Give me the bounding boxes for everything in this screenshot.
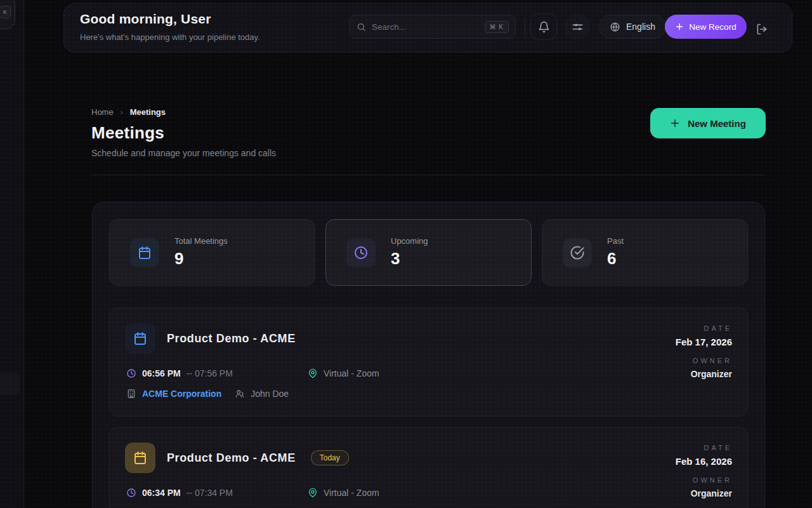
- meeting-card[interactable]: Product Demo - ACME Today 06:34 PM -- 07…: [109, 427, 748, 508]
- greeting-subtitle: Here's what's happening with your pipeli…: [80, 32, 260, 42]
- meeting-side-info: DATE Feb 16, 2026 OWNER Organizer: [676, 444, 732, 498]
- meeting-contact-name: John Doe: [251, 389, 289, 399]
- meeting-location: Virtual - Zoom: [308, 368, 379, 378]
- date-value: Feb 16, 2026: [676, 456, 732, 467]
- owner-label: OWNER: [676, 476, 732, 484]
- greeting-block: Good morning, User Here's what's happeni…: [80, 11, 260, 42]
- page-subtitle: Schedule and manage your meetings and ca…: [91, 148, 276, 158]
- owner-value: Organizer: [676, 488, 732, 498]
- stat-card-upcoming: Upcoming 3: [325, 219, 532, 286]
- owner-value: Organizer: [676, 369, 732, 379]
- bell-icon: [538, 21, 550, 33]
- date-label: DATE: [676, 444, 732, 451]
- owner-label: OWNER: [676, 357, 732, 364]
- meeting-title: Product Demo - ACME: [167, 451, 296, 465]
- calendar-icon: [130, 238, 159, 267]
- language-button[interactable]: English: [599, 15, 666, 39]
- map-pin-icon: [308, 368, 318, 378]
- meeting-links-row: ACME Corporation John Doe: [126, 389, 732, 399]
- meeting-location: Virtual - Zoom: [308, 488, 379, 498]
- stat-label: Past: [607, 236, 624, 246]
- stats-row: Total Meetings 9 Upcoming 3 Past 6: [109, 219, 748, 286]
- meeting-title: Product Demo - ACME: [167, 332, 296, 345]
- sidebar-item-stub[interactable]: [0, 372, 20, 395]
- header-divider: [525, 18, 525, 38]
- logout-icon: [756, 23, 768, 36]
- meeting-end-time: -- 07:56 PM: [187, 368, 233, 378]
- calendar-icon: [125, 323, 155, 354]
- stat-value: 9: [174, 249, 228, 269]
- plus-icon: [670, 118, 680, 128]
- language-label: English: [626, 22, 655, 32]
- user-icon: [235, 389, 245, 399]
- breadcrumb-home-link[interactable]: Home: [91, 107, 114, 117]
- meeting-card[interactable]: Product Demo - ACME 06:56 PM -- 07:56 PM…: [109, 307, 748, 417]
- page-title: Meetings: [91, 123, 164, 143]
- today-badge: Today: [311, 450, 349, 465]
- meeting-head: Product Demo - ACME: [125, 323, 732, 354]
- new-meeting-button[interactable]: New Meeting: [650, 108, 766, 138]
- map-pin-icon: [308, 488, 318, 498]
- stat-card-total: Total Meetings 9: [109, 219, 315, 286]
- greeting-title: Good morning, User: [80, 11, 260, 27]
- clock-icon: [346, 238, 376, 267]
- breadcrumb: Home › Meetings: [91, 107, 166, 117]
- meeting-start-time: 06:56 PM: [142, 368, 181, 378]
- heading-divider: [91, 175, 766, 175]
- check-circle-icon: [563, 238, 592, 267]
- meeting-location-label: Virtual - Zoom: [324, 368, 379, 378]
- meeting-side-info: DATE Feb 17, 2026 OWNER Organizer: [676, 324, 732, 379]
- building-icon: [126, 389, 136, 399]
- new-meeting-label: New Meeting: [688, 118, 746, 129]
- meeting-start-time: 06:34 PM: [142, 488, 181, 498]
- sliders-icon: [572, 21, 584, 33]
- new-record-button[interactable]: New Record: [665, 15, 747, 39]
- date-value: Feb 17, 2026: [676, 337, 732, 347]
- globe-icon: [610, 22, 620, 32]
- header: Good morning, User Here's what's happeni…: [63, 3, 792, 53]
- logout-button[interactable]: [753, 20, 771, 38]
- sidebar-shortcut-kbd: K: [0, 6, 11, 18]
- search-shortcut-kbd: ⌘ K: [485, 21, 509, 33]
- stat-label: Upcoming: [391, 236, 428, 246]
- search-box[interactable]: ⌘ K: [350, 15, 516, 39]
- clock-icon: [126, 488, 136, 498]
- meeting-meta-row: 06:56 PM -- 07:56 PM Virtual - Zoom: [126, 368, 732, 378]
- preferences-button[interactable]: [564, 13, 591, 40]
- sidebar-search-stub[interactable]: K: [0, 0, 15, 29]
- new-record-label: New Record: [689, 22, 736, 32]
- stat-card-past: Past 6: [542, 219, 748, 286]
- meeting-head: Product Demo - ACME Today: [125, 443, 732, 473]
- meeting-meta-row: 06:34 PM -- 07:34 PM Virtual - Zoom: [126, 488, 732, 498]
- notifications-button[interactable]: [530, 13, 557, 40]
- breadcrumb-current: Meetings: [130, 107, 166, 117]
- meetings-list: Product Demo - ACME 06:56 PM -- 07:56 PM…: [109, 307, 748, 508]
- meeting-location-label: Virtual - Zoom: [324, 488, 379, 498]
- meetings-panel: Total Meetings 9 Upcoming 3 Past 6: [92, 202, 765, 508]
- chevron-right-icon: ›: [121, 108, 123, 117]
- meeting-time: 06:34 PM -- 07:34 PM: [126, 488, 308, 498]
- meeting-time: 06:56 PM -- 07:56 PM: [126, 368, 308, 378]
- calendar-icon: [125, 443, 155, 473]
- stat-label: Total Meetings: [174, 236, 228, 246]
- meeting-company-link[interactable]: ACME Corporation: [142, 389, 221, 399]
- clock-icon: [126, 368, 136, 378]
- search-input[interactable]: [372, 22, 479, 32]
- meeting-end-time: -- 07:34 PM: [187, 488, 233, 498]
- stat-value: 6: [607, 249, 624, 269]
- plus-icon: [675, 22, 684, 31]
- sidebar-collapsed-edge: K: [0, 0, 24, 508]
- date-label: DATE: [676, 324, 732, 332]
- stat-value: 3: [391, 249, 428, 269]
- search-icon: [357, 22, 366, 32]
